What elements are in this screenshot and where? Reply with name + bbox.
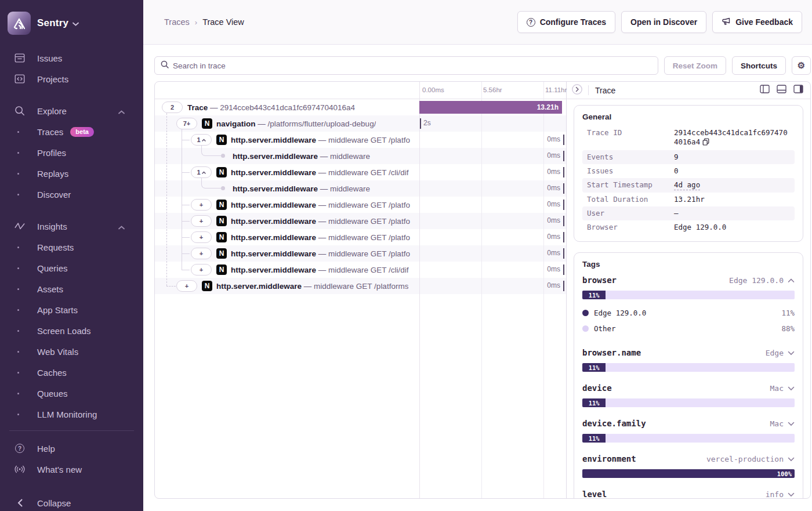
projects-icon xyxy=(14,73,26,85)
tag-header[interactable]: browser.name Edge xyxy=(582,346,795,360)
bullet-icon xyxy=(17,194,19,195)
sidebar-item-assets[interactable]: Assets xyxy=(0,278,143,299)
sidebar-item-issues[interactable]: Issues xyxy=(0,48,143,68)
expand-toggle[interactable]: 2 xyxy=(162,102,183,113)
expand-toggle[interactable]: 1 xyxy=(191,166,212,178)
sidebar-item-help[interactable]: Help xyxy=(0,438,143,459)
sidebar-item-app-starts[interactable]: App Starts xyxy=(0,299,143,320)
reset-zoom-button[interactable]: Reset Zoom xyxy=(664,56,726,75)
span-duration-label: 0ms xyxy=(547,265,560,273)
sidebar-section-explore[interactable]: Explore xyxy=(0,100,143,121)
sidebar-item-llm-monitoring[interactable]: LLM Monitoring xyxy=(0,404,143,425)
beta-badge: beta xyxy=(70,127,94,137)
copy-icon[interactable] xyxy=(702,138,709,148)
expand-toggle[interactable]: + xyxy=(191,199,212,211)
sidebar-item-discover[interactable]: Discover xyxy=(0,184,143,205)
span-tick xyxy=(563,264,564,275)
span-tick xyxy=(563,248,564,259)
span-duration-label: 0ms xyxy=(547,233,560,241)
page-header: Traces › Trace View Configure Traces Ope… xyxy=(143,0,812,45)
trace-row[interactable]: +http.server.middleware — middleware GET… xyxy=(155,262,566,278)
search-icon xyxy=(14,105,26,117)
sidebar-item-queues[interactable]: Queues xyxy=(0,383,143,404)
trace-row[interactable]: 2Trace — 2914cceb443c41dca1fc6974704016a… xyxy=(155,99,566,115)
tag-header[interactable]: level info xyxy=(582,487,795,498)
span-duration-label: 0ms xyxy=(547,216,560,224)
trace-row[interactable]: 1http.server.middleware — middleware GET… xyxy=(155,164,566,180)
chevron-right-circle-icon[interactable] xyxy=(571,84,583,97)
sidebar-item-queries[interactable]: Queries xyxy=(0,258,143,278)
span-duration-bar[interactable]: 13.21h xyxy=(419,101,562,114)
chevron-down-icon xyxy=(72,18,79,28)
trace-row[interactable]: +http.server.middleware — middleware GET… xyxy=(155,229,566,245)
expand-toggle[interactable]: + xyxy=(176,280,197,292)
bullet-icon xyxy=(17,267,19,269)
brand-name: Sentry xyxy=(37,17,68,29)
sidebar-item-projects[interactable]: Projects xyxy=(0,68,143,89)
sidebar-item-replays[interactable]: Replays xyxy=(0,163,143,184)
tag-environment: environment vercel-production 100% xyxy=(582,452,795,478)
tag-header[interactable]: environment vercel-production xyxy=(582,452,795,466)
bullet-icon xyxy=(17,309,19,311)
tag-header[interactable]: device Mac xyxy=(582,381,795,395)
expand-toggle[interactable]: + xyxy=(191,231,212,243)
tag-distribution-bar[interactable]: 100% xyxy=(582,469,795,478)
nextjs-icon xyxy=(216,216,227,226)
sidebar-item-requests[interactable]: Requests xyxy=(0,237,143,258)
org-switcher[interactable]: Sentry xyxy=(0,0,143,48)
layout-right-icon[interactable] xyxy=(793,85,803,96)
trace-row[interactable]: 1http.server.middleware — middleware GET… xyxy=(155,132,566,148)
bullet-icon xyxy=(17,247,19,248)
tag-distribution-bar[interactable]: 11% xyxy=(582,434,795,443)
tag-header[interactable]: browser Edge 129.0.0 xyxy=(582,273,795,287)
bullet-icon xyxy=(17,131,19,133)
sidebar-item-what-s-new[interactable]: What's new xyxy=(0,459,143,480)
trace-row[interactable]: http.server.middleware — middleware0ms xyxy=(155,148,566,164)
trace-row[interactable]: 7+navigation — /platforms/flutter/upload… xyxy=(155,115,566,132)
give-feedback-button[interactable]: Give Feedback xyxy=(712,11,802,33)
trace-row[interactable]: +http.server.middleware — middleware GET… xyxy=(155,213,566,229)
expand-toggle[interactable]: + xyxy=(191,264,212,276)
panel-body: General Trace ID2914cceb443c41dca1fc6974… xyxy=(567,99,810,498)
layout-left-icon[interactable] xyxy=(760,85,770,96)
shortcuts-button[interactable]: Shortcuts xyxy=(732,56,786,75)
expand-toggle[interactable]: 7+ xyxy=(176,118,197,129)
general-row-events: Events9 xyxy=(582,150,795,164)
tag-browser-name: browser.name Edge 11% xyxy=(582,346,795,372)
trace-view-container: 0.00ms5.56hr11.11hr 2Trace — 2914cceb443… xyxy=(154,81,811,499)
trace-row[interactable]: http.server.middleware — middleware0ms xyxy=(155,180,566,197)
expand-toggle[interactable]: + xyxy=(191,215,212,227)
trace-row[interactable]: +http.server.middleware — middleware GET… xyxy=(155,197,566,213)
nextjs-icon xyxy=(216,167,227,177)
search-input[interactable] xyxy=(173,61,652,70)
sidebar-item-caches[interactable]: Caches xyxy=(0,362,143,383)
waterfall-header: 0.00ms5.56hr11.11hr xyxy=(155,82,566,99)
sidebar-item-web-vitals[interactable]: Web Vitals xyxy=(0,341,143,362)
configure-traces-button[interactable]: Configure Traces xyxy=(517,11,615,33)
sidebar-item-profiles[interactable]: Profiles xyxy=(0,142,143,163)
tag-header[interactable]: device.family Mac xyxy=(582,416,795,430)
tag-legend-row: Other88% xyxy=(582,321,795,336)
sidebar-item-screen-loads[interactable]: Screen Loads xyxy=(0,320,143,341)
tag-legend-row: Edge 129.0.011% xyxy=(582,305,795,321)
span-duration-label: 0ms xyxy=(547,168,560,176)
breadcrumb-traces[interactable]: Traces xyxy=(164,17,190,27)
expand-toggle[interactable]: 1 xyxy=(191,134,212,146)
open-in-discover-button[interactable]: Open in Discover xyxy=(621,11,706,33)
tag-distribution-bar[interactable]: 11% xyxy=(582,398,795,407)
tag-distribution-bar[interactable]: 11% xyxy=(582,363,795,372)
sidebar-item-traces[interactable]: Tracesbeta xyxy=(0,121,143,142)
settings-gear-button[interactable]: ⚙ xyxy=(792,56,811,75)
tag-distribution-bar[interactable]: 11% xyxy=(582,291,795,299)
sentry-logo-icon xyxy=(8,12,31,35)
span-duration-label: 0ms xyxy=(547,151,560,160)
layout-bottom-icon[interactable] xyxy=(777,85,786,96)
sidebar-section-insights[interactable]: Insights xyxy=(0,216,143,237)
trace-row[interactable]: +http.server.middleware — middleware GET… xyxy=(155,278,566,294)
axis-tick-label: 0.00ms xyxy=(422,86,444,93)
trace-row[interactable]: +http.server.middleware — middleware GET… xyxy=(155,245,566,262)
general-title: General xyxy=(582,113,795,121)
collapse-button[interactable]: Collapse xyxy=(0,492,143,511)
expand-toggle[interactable]: + xyxy=(191,248,212,259)
megaphone-icon xyxy=(722,17,731,28)
